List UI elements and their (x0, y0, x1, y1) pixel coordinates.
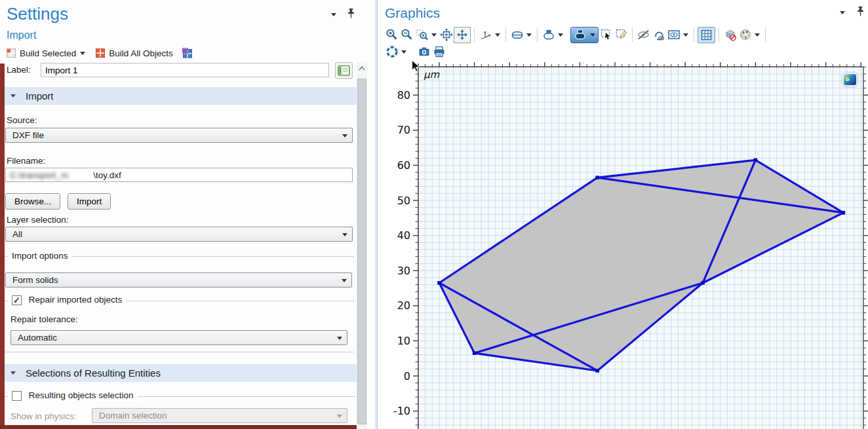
chevron-down-icon (337, 337, 342, 340)
chevron-down-icon (342, 134, 347, 138)
scrollbar-up-icon[interactable] (357, 62, 367, 75)
settings-panel: Settings Import Build Selected Build All… (0, 0, 367, 429)
breadcrumb[interactable]: Import (7, 29, 36, 41)
svg-text:40: 40 (397, 229, 410, 242)
build-selected-dropdown-icon[interactable] (80, 52, 85, 55)
scene-light-icon[interactable] (509, 27, 524, 43)
settings-title: Settings (7, 4, 68, 24)
scrollbar-thumb[interactable] (357, 79, 366, 424)
import-button[interactable]: Import (68, 193, 111, 210)
filename-input[interactable]: C:\transport_m \toy.dxf (5, 168, 353, 182)
resulting-objects-label: Resulting objects selection (29, 390, 134, 400)
label-input[interactable] (41, 63, 329, 77)
scene-light-dropdown-icon[interactable] (526, 33, 532, 37)
source-value: DXF file (12, 130, 44, 140)
source-label: Source: (7, 115, 37, 125)
chevron-down-icon (342, 279, 347, 282)
build-all-objects-icon (96, 48, 105, 58)
chevron-down-icon (342, 233, 347, 236)
zoom-box-dropdown-icon[interactable] (431, 33, 437, 37)
import-options-value: Form solids (12, 275, 58, 285)
view-unhidden-dropdown-icon[interactable] (683, 33, 688, 37)
repair-tolerance-value: Automatic (18, 333, 57, 343)
zoom-to-selection-button[interactable] (454, 27, 471, 43)
plot-canvas[interactable]: 80706050403020100-10μm (378, 62, 868, 429)
show-in-physics-value: Domain selection (99, 411, 167, 420)
select-box-icon[interactable] (599, 27, 614, 43)
svg-text:10: 10 (397, 335, 410, 347)
section-header-import[interactable]: Import (5, 87, 357, 105)
resulting-objects-checkbox[interactable] (12, 391, 22, 401)
svg-text:μm: μm (424, 69, 440, 81)
import-options-group-label: Import options (8, 251, 72, 261)
group-border (3, 352, 354, 352)
panel-menu-icon[interactable] (840, 11, 845, 14)
deselect-box-icon[interactable] (614, 27, 629, 43)
transparency-icon[interactable] (722, 27, 738, 43)
section-title: Selections of Resulting Entities (26, 367, 161, 379)
panel-menu-icon[interactable] (331, 13, 336, 16)
import-options-select[interactable]: Form solids (5, 272, 352, 288)
zoom-box-icon[interactable] (414, 27, 429, 43)
build-all-objects-button[interactable]: Build All Objects (109, 48, 173, 58)
svg-text:80: 80 (397, 89, 410, 102)
layer-selection-value: All (12, 229, 22, 239)
reset-hiding-icon[interactable] (651, 27, 666, 43)
label-caption: Label: (7, 65, 31, 75)
build-selected-icon (7, 48, 16, 58)
view-unhidden-icon[interactable] (666, 27, 681, 43)
settings-scrollbar[interactable] (357, 62, 367, 429)
show-in-physics-label: Show in physics: (10, 411, 77, 421)
svg-text:30: 30 (397, 265, 410, 277)
repair-imported-label: Repair imported objects (29, 295, 123, 305)
svg-text:-10: -10 (393, 405, 410, 417)
filename-visible-text: \toy.dxf (93, 170, 121, 180)
view-orientation-icon[interactable] (478, 27, 493, 43)
pin-icon[interactable] (856, 6, 865, 17)
browse-button[interactable]: Browse... (5, 193, 60, 210)
hide-objects-icon[interactable] (636, 27, 651, 43)
image-snapshot-icon[interactable] (416, 44, 431, 60)
source-select[interactable]: DXF file (5, 128, 353, 143)
environment-reflections-dropdown-icon[interactable] (558, 33, 563, 37)
svg-text:50: 50 (397, 195, 410, 207)
collapse-icon[interactable] (10, 371, 16, 375)
svg-text:60: 60 (397, 159, 410, 172)
zoom-in-icon[interactable] (384, 27, 399, 43)
view-orientation-dropdown-icon[interactable] (495, 33, 500, 37)
skybox-pressed-button[interactable] (570, 27, 599, 43)
zoom-extents-icon[interactable] (439, 27, 454, 43)
pin-icon[interactable] (347, 8, 355, 19)
section-title: Import (26, 90, 54, 102)
chevron-down-icon (337, 415, 342, 418)
collapse-icon[interactable] (10, 94, 16, 98)
grid-toggle-button[interactable] (698, 27, 715, 43)
show-in-physics-select: Domain selection (92, 408, 347, 423)
resulting-group-legend: Resulting objects selection (8, 390, 138, 401)
svg-text:0: 0 (404, 370, 410, 382)
color-palette-icon[interactable] (738, 27, 753, 43)
note-icon (338, 65, 351, 77)
repair-imported-checkbox[interactable]: ✓ (12, 295, 22, 305)
zoom-out-icon[interactable] (399, 27, 414, 43)
scene-shutter-dropdown-icon[interactable] (401, 50, 406, 54)
section-header-selections[interactable]: Selections of Resulting Entities (5, 364, 357, 382)
svg-text:20: 20 (397, 299, 410, 312)
repair-group-legend: ✓ Repair imported objects (8, 295, 126, 305)
label-note-button[interactable] (335, 62, 353, 79)
panel-splitter[interactable] (373, 0, 376, 429)
environment-reflections-icon[interactable] (541, 27, 556, 43)
color-palette-dropdown-icon[interactable] (755, 33, 760, 37)
graphics-title: Graphics (385, 5, 440, 21)
grid-highlight-icon[interactable] (182, 48, 193, 58)
repair-tolerance-select[interactable]: Automatic (10, 330, 347, 345)
print-icon[interactable] (431, 44, 446, 60)
scene-shutter-icon[interactable] (384, 44, 399, 60)
repair-tolerance-label: Repair tolerance: (10, 314, 78, 324)
panel-edge-accent (0, 64, 5, 429)
panel-edge-accent (0, 425, 363, 429)
layer-selection-select[interactable]: All (5, 227, 353, 242)
skybox-dropdown-icon[interactable] (590, 33, 595, 37)
build-selected-button[interactable]: Build Selected (20, 48, 76, 58)
comsol-watermark-button[interactable] (842, 73, 858, 86)
